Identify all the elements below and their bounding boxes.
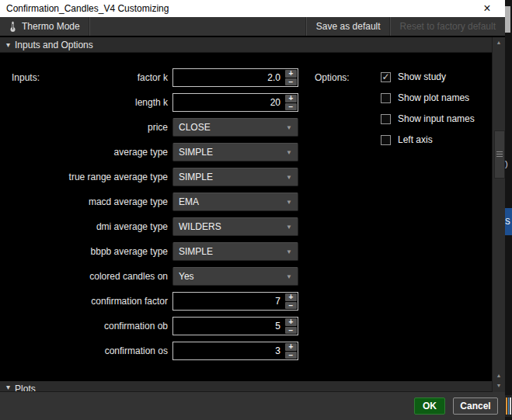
background-scrollbar-fragment xyxy=(505,6,510,33)
dropdown-arrow-icon: ▼ xyxy=(286,149,292,156)
vertical-scrollbar[interactable]: ▲ ▲ ▼ xyxy=(492,37,505,392)
checkbox-label-show-input-names: Show input names xyxy=(398,113,475,124)
thermometer-icon xyxy=(9,21,16,33)
spinner-confirmation-factor[interactable]: 7+− xyxy=(172,292,298,311)
scroll-up-icon[interactable]: ▲ xyxy=(493,37,505,47)
form-row-confirmation-ob: confirmation ob5+− xyxy=(0,317,298,335)
scroll-down-icon[interactable]: ▼ xyxy=(493,380,505,390)
cancel-button[interactable]: Cancel xyxy=(453,397,498,415)
background-text-fragment: ) xyxy=(505,159,508,168)
dropdown-true-range-average-type[interactable]: SIMPLE▼ xyxy=(172,168,298,186)
input-label-true-range-average-type: true range average type xyxy=(0,172,168,182)
checkbox-show-plot-names[interactable] xyxy=(381,93,391,103)
scrollbar-grip xyxy=(496,151,503,158)
form-row-confirmation-factor: confirmation factor7+− xyxy=(0,292,298,311)
spinner-confirmation-ob[interactable]: 5+− xyxy=(172,317,298,335)
increment-icon[interactable]: + xyxy=(285,343,297,351)
dropdown-dmi-average-type[interactable]: WILDERS▼ xyxy=(172,217,298,236)
form-row-true-range-average-type: true range average typeSIMPLE▼ xyxy=(0,168,298,186)
reset-to-factory-default-button: Reset to factory default xyxy=(391,17,505,36)
options-list: ✓Show studyShow plot namesShow input nam… xyxy=(381,68,475,155)
options-caption: Options: xyxy=(315,72,350,83)
input-label-macd-average-type: macd average type xyxy=(0,196,168,207)
input-label-confirmation-factor: confirmation factor xyxy=(0,296,168,307)
spinner-value[interactable]: 3 xyxy=(173,342,284,359)
spinner-buttons: +− xyxy=(284,94,298,111)
form-row-macd-average-type: macd average typeEMA▼ xyxy=(0,193,298,211)
window-title: Confirmation_Candles_V4 Customizing xyxy=(6,3,169,14)
customizing-dialog: Confirmation_Candles_V4 Customizing × Th… xyxy=(0,0,505,420)
input-label-dmi-average-type: dmi average type xyxy=(0,221,168,232)
form-row-factor-k: factor k2.0+− xyxy=(0,68,298,87)
dropdown-average-type[interactable]: SIMPLE▼ xyxy=(172,143,298,161)
dropdown-price[interactable]: CLOSE▼ xyxy=(172,118,298,137)
checkbox-show-study-checked[interactable]: ✓ xyxy=(381,72,391,82)
toolbar: Thermo Mode Save as default Reset to fac… xyxy=(0,17,505,36)
spinner-value[interactable]: 20 xyxy=(173,94,284,111)
checkbox-label-show-plot-names: Show plot names xyxy=(398,92,469,103)
thermo-mode-label: Thermo Mode xyxy=(22,21,80,32)
dropdown-value: Yes xyxy=(179,271,194,282)
section-header-plots[interactable]: ▾ Plots xyxy=(0,381,492,392)
section-header-inputs-and-options[interactable]: ▾ Inputs and Options xyxy=(0,37,492,53)
spinner-length-k[interactable]: 20+− xyxy=(172,93,298,112)
dropdown-colored-candles-on[interactable]: Yes▼ xyxy=(172,267,298,286)
decrement-icon[interactable]: − xyxy=(285,302,297,310)
dropdown-arrow-icon: ▼ xyxy=(286,273,292,280)
input-label-length-k: length k xyxy=(0,97,168,108)
scroll-up-icon[interactable]: ▲ xyxy=(493,370,505,380)
form-row-bbpb-average-type: bbpb average typeSIMPLE▼ xyxy=(0,242,298,261)
checkbox-row-show-plot-names: Show plot names xyxy=(381,92,475,103)
dropdown-arrow-icon: ▼ xyxy=(286,174,292,181)
input-label-bbpb-average-type: bbpb average type xyxy=(0,246,168,257)
close-icon[interactable]: × xyxy=(480,2,494,15)
decrement-icon[interactable]: − xyxy=(285,78,297,86)
form-row-colored-candles-on: colored candles onYes▼ xyxy=(0,267,298,286)
scrollbar-bottom-arrows: ▲ ▼ xyxy=(493,370,505,390)
spinner-value[interactable]: 7 xyxy=(173,293,284,310)
inputs-form: factor k2.0+−length k20+−priceCLOSE▼aver… xyxy=(0,68,298,366)
scrollbar-thumb[interactable] xyxy=(494,130,505,179)
input-label-confirmation-ob: confirmation ob xyxy=(0,321,168,331)
form-row-price: priceCLOSE▼ xyxy=(0,118,298,137)
ok-button[interactable]: OK xyxy=(414,397,445,415)
dropdown-value: CLOSE xyxy=(179,122,211,133)
checkbox-label-left-axis: Left axis xyxy=(398,134,433,145)
checkbox-row-left-axis: Left axis xyxy=(381,134,475,145)
inputs-and-options-panel: Inputs: factor k2.0+−length k20+−priceCL… xyxy=(0,53,492,381)
increment-icon[interactable]: + xyxy=(285,95,297,102)
dropdown-bbpb-average-type[interactable]: SIMPLE▼ xyxy=(172,242,298,261)
form-row-length-k: length k20+− xyxy=(0,93,298,112)
dropdown-macd-average-type[interactable]: EMA▼ xyxy=(172,193,298,211)
thermo-mode-button[interactable]: Thermo Mode xyxy=(0,17,89,36)
spinner-confirmation-os[interactable]: 3+− xyxy=(172,342,298,360)
save-as-default-button[interactable]: Save as default xyxy=(307,17,390,36)
checkbox-show-input-names[interactable] xyxy=(381,114,391,124)
checkbox-left-axis[interactable] xyxy=(381,135,391,145)
spinner-buttons: +− xyxy=(284,293,298,310)
dropdown-arrow-icon: ▼ xyxy=(286,248,292,255)
chevron-down-icon: ▾ xyxy=(6,41,10,49)
spinner-factor-k[interactable]: 2.0+− xyxy=(172,68,298,87)
input-label-factor-k: factor k xyxy=(0,72,168,83)
increment-icon[interactable]: + xyxy=(285,70,297,78)
checkbox-row-show-input-names: Show input names xyxy=(381,113,475,124)
dropdown-value: SIMPLE xyxy=(179,246,213,257)
decrement-icon[interactable]: − xyxy=(285,352,297,359)
increment-icon[interactable]: + xyxy=(285,318,297,326)
form-row-dmi-average-type: dmi average typeWILDERS▼ xyxy=(0,217,298,236)
chevron-down-icon: ▾ xyxy=(6,384,10,391)
decrement-icon[interactable]: − xyxy=(285,103,297,111)
increment-icon[interactable]: + xyxy=(285,293,297,301)
spinner-value[interactable]: 5 xyxy=(173,318,284,335)
dropdown-arrow-icon: ▼ xyxy=(286,224,292,231)
input-label-confirmation-os: confirmation os xyxy=(0,345,168,356)
titlebar: Confirmation_Candles_V4 Customizing × xyxy=(0,0,505,17)
spinner-buttons: +− xyxy=(284,342,298,359)
input-label-colored-candles-on: colored candles on xyxy=(0,271,168,282)
spinner-value[interactable]: 2.0 xyxy=(173,69,284,86)
section-title: Inputs and Options xyxy=(15,40,93,50)
input-label-price: price xyxy=(0,122,168,133)
form-row-confirmation-os: confirmation os3+− xyxy=(0,342,298,360)
decrement-icon[interactable]: − xyxy=(285,327,297,335)
